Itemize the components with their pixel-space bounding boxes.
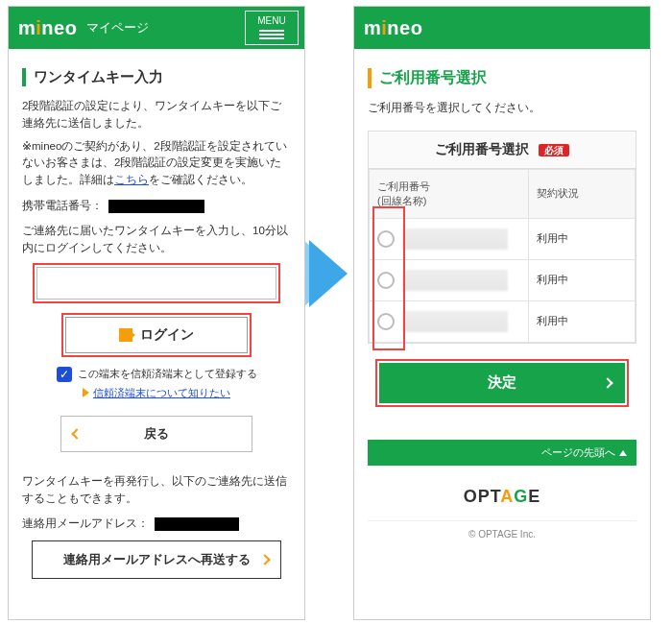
phone-value-masked — [108, 200, 204, 213]
intro-text: 2段階認証の設定により、ワンタイムキーを以下ご連絡先に送信しました。 — [22, 98, 291, 132]
number-masked — [402, 228, 508, 250]
chevron-right-icon — [259, 555, 270, 565]
login-label: ログイン — [140, 326, 194, 344]
chevron-up-icon — [619, 450, 627, 456]
header: mineo マイページ MENU — [9, 7, 304, 49]
trust-info-row: 信頼済端末について知りたい — [22, 386, 291, 400]
otp-input[interactable] — [36, 267, 276, 300]
status-cell: 利用中 — [529, 218, 636, 259]
highlight-otp-input — [33, 263, 280, 303]
menu-button[interactable]: MENU — [245, 11, 299, 45]
email-row: 連絡用メールアドレス： — [22, 516, 291, 531]
phone-row: 携帯電話番号： — [22, 199, 291, 213]
resend-text: ワンタイムキーを再発行し、以下のご連絡先に送信することもできます。 — [22, 473, 291, 508]
number-table: ご利用番号 (回線名称) 契約状況 利用中 利用中 — [369, 169, 636, 343]
note-text: ※mineoのご契約があり、2段階認証を設定されていないお客さまは、2段階認証の… — [22, 138, 291, 189]
table-header-row: ご利用番号 (回線名称) 契約状況 — [370, 169, 636, 218]
phone-label: 携帯電話番号： — [22, 199, 103, 213]
resend-label: 連絡用メールアドレスへ再送する — [63, 552, 251, 568]
decide-label: 決定 — [488, 373, 516, 392]
logo: mineo — [364, 17, 422, 39]
back-label: 戻る — [144, 425, 169, 443]
screen-otp: mineo マイページ MENU ワンタイムキー入力 2段階認証の設定により、ワ… — [8, 6, 305, 620]
email-label: 連絡用メールアドレス： — [22, 516, 149, 531]
email-value-masked — [155, 517, 239, 531]
col-status: 契約状況 — [529, 169, 636, 218]
menu-label: MENU — [257, 15, 285, 26]
page-title: ワンタイムキー入力 — [22, 68, 291, 86]
required-badge: 必須 — [539, 144, 569, 156]
highlight-radio-column — [372, 206, 405, 350]
hamburger-icon — [259, 28, 284, 41]
table-row[interactable]: 利用中 — [370, 218, 636, 259]
status-cell: 利用中 — [529, 259, 636, 300]
decide-button[interactable]: 決定 — [379, 363, 625, 403]
logo-text: m — [18, 17, 36, 38]
trust-checkbox[interactable]: ✓ — [57, 367, 72, 382]
page-subtitle: マイページ — [86, 19, 149, 36]
back-button[interactable]: 戻る — [60, 416, 252, 452]
status-cell: 利用中 — [529, 300, 636, 342]
login-icon — [119, 328, 132, 342]
number-masked — [402, 270, 508, 291]
flow-arrow-icon — [309, 240, 348, 307]
page-top-bar[interactable]: ページの先頭へ — [368, 440, 636, 466]
trust-info-link[interactable]: 信頼済端末について知りたい — [93, 386, 230, 400]
details-link[interactable]: こちら — [114, 174, 149, 185]
header: mineo — [354, 7, 650, 49]
chevron-left-icon — [71, 428, 82, 439]
highlight-decide-button: 決定 — [375, 359, 629, 407]
logo: mineo — [18, 17, 77, 39]
logo-text: neo — [41, 17, 77, 38]
instruction-text: ご連絡先に届いたワンタイムキーを入力し、10分以内にログインしてください。 — [22, 223, 291, 257]
page-title: ご利用番号選択 — [368, 68, 636, 88]
login-button[interactable]: ログイン — [65, 317, 248, 353]
chevron-right-icon — [602, 377, 612, 388]
number-masked — [402, 311, 508, 332]
triangle-icon — [83, 388, 89, 397]
content: ご利用番号選択 ご利用番号を選択してください。 ご利用番号選択 必須 ご利用番号… — [354, 49, 650, 551]
trust-label: この端末を信頼済端末として登録する — [78, 367, 257, 381]
resend-button[interactable]: 連絡用メールアドレスへ再送する — [32, 540, 281, 579]
screen-select-number: mineo ご利用番号選択 ご利用番号を選択してください。 ご利用番号選択 必須… — [353, 6, 651, 620]
copyright: © OPTAGE Inc. — [368, 520, 636, 540]
highlight-login-button: ログイン — [61, 313, 252, 357]
trust-checkbox-row: ✓ この端末を信頼済端末として登録する — [22, 367, 291, 382]
card-header: ご利用番号選択 必須 — [369, 132, 636, 169]
lead-text: ご利用番号を選択してください。 — [368, 100, 636, 117]
content: ワンタイムキー入力 2段階認証の設定により、ワンタイムキーを以下ご連絡先に送信し… — [9, 49, 304, 590]
number-card: ご利用番号選択 必須 ご利用番号 (回線名称) 契約状況 利用中 — [368, 131, 636, 344]
table-row[interactable]: 利用中 — [370, 300, 636, 342]
table-row[interactable]: 利用中 — [370, 259, 636, 300]
optage-logo: OPTAGE — [368, 487, 636, 507]
